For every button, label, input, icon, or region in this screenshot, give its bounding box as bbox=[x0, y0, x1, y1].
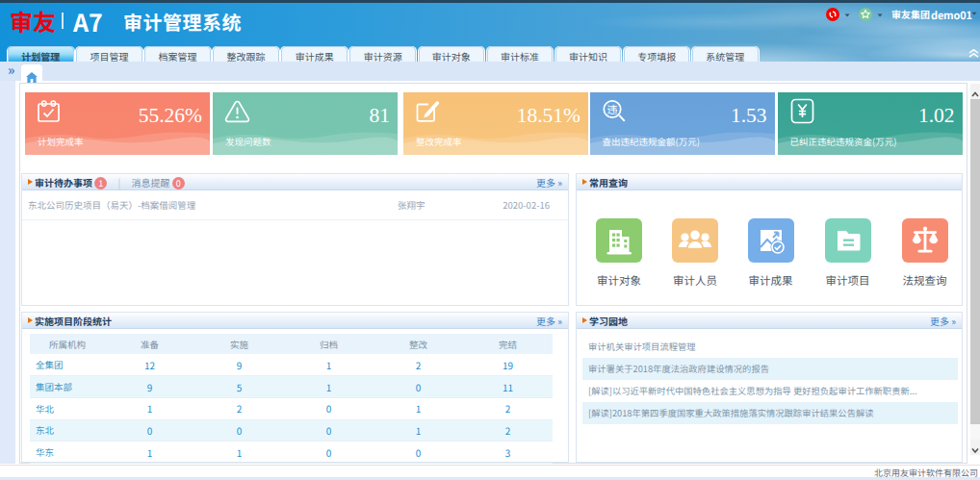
svg-text:违: 违 bbox=[606, 101, 617, 116]
